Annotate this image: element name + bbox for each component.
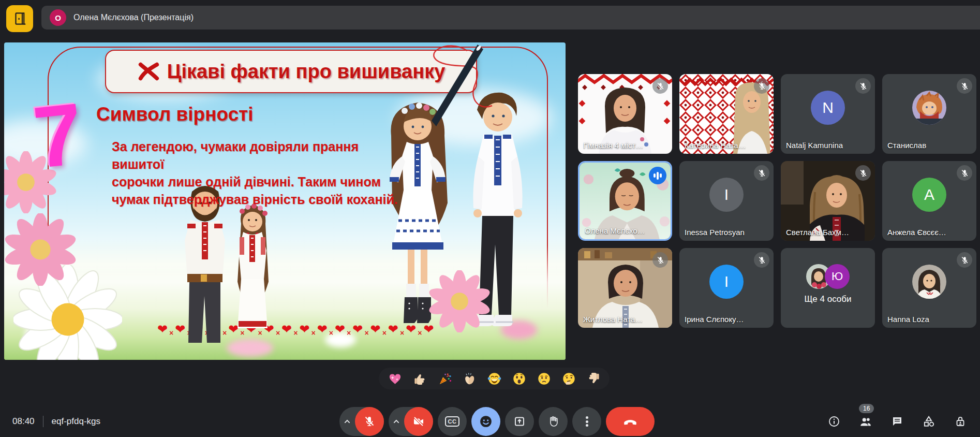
mic-muted-indicator <box>754 165 769 181</box>
participant-name: Inessa Petrosyan <box>685 228 745 237</box>
reaction-thinking-face[interactable] <box>561 371 576 386</box>
clock: 08:40 <box>12 416 35 427</box>
participant-name: Natalj Kamunina <box>786 141 843 150</box>
divider <box>43 416 43 427</box>
hand-icon <box>547 415 559 428</box>
raise-hand-button[interactable] <box>539 407 568 436</box>
chat-icon <box>891 415 903 428</box>
participants-button[interactable]: 16 <box>853 409 878 434</box>
presentation-title: Олена Мєлєхова (Презентація) <box>73 13 194 22</box>
sparkling-heart-icon <box>388 372 402 386</box>
captions-button[interactable]: CC <box>438 407 467 436</box>
chat-button[interactable] <box>885 409 910 434</box>
meeting-code: eqf-pfdq-kgs <box>52 416 101 427</box>
camera-off-icon <box>412 415 425 428</box>
end-call-button[interactable] <box>606 407 655 436</box>
participant-name: Станислав <box>887 141 926 150</box>
fact-number: 7 <box>29 90 86 182</box>
reaction-face-with-tears-of-joy[interactable] <box>486 371 502 386</box>
presentation-chip[interactable]: О Олена Мєлєхова (Презентація) <box>41 6 980 30</box>
reactions-toggle-button[interactable] <box>471 407 500 436</box>
right-toolbar: 16 <box>822 407 973 436</box>
letter-avatar: N <box>811 91 845 125</box>
mic-muted-indicator <box>652 252 668 268</box>
mic-muted-indicator <box>957 78 972 94</box>
present-button[interactable] <box>505 407 534 436</box>
captions-icon: CC <box>445 416 460 427</box>
reactions-bar <box>379 368 610 389</box>
overflow-participants-tile[interactable]: Ю Ще 4 особи <box>781 248 875 328</box>
camera-options-chevron[interactable] <box>389 416 404 427</box>
photo-avatar <box>912 265 946 299</box>
needle-icon <box>415 42 498 134</box>
participant-tile[interactable]: I Inessa Petrosyan <box>679 161 774 241</box>
info-icon <box>828 415 840 428</box>
participant-tile[interactable]: Hanna Loza <box>882 248 976 328</box>
door-extension-button[interactable] <box>6 5 33 32</box>
overflow-avatars: Ю <box>806 264 850 289</box>
reaction-party-popper[interactable] <box>437 371 452 386</box>
participant-name: Анжела Євсєє… <box>887 228 946 237</box>
photo-avatar <box>912 91 946 125</box>
overflow-count-label: Ще 4 особи <box>781 294 875 304</box>
party-popper-icon <box>438 372 452 386</box>
participant-tile[interactable]: Катерина Наза… <box>679 74 774 154</box>
participant-grid: Гімназія 4 міст… Катерина Наза… N Natalj… <box>578 74 976 328</box>
reaction-crying-face[interactable] <box>536 371 552 386</box>
mic-muted-indicator <box>855 165 871 181</box>
call-controls: CC <box>339 407 655 436</box>
speaking-indicator <box>649 167 666 184</box>
participant-tile[interactable]: A Анжела Євсєє… <box>882 161 976 241</box>
clapping-hands-icon <box>463 372 477 386</box>
surprised-face-icon <box>512 372 526 386</box>
slide-body: За легендою, чумаки довіряли прання виши… <box>112 138 412 208</box>
meeting-details-button[interactable] <box>822 409 847 434</box>
participant-tile[interactable]: Житлова Ната… <box>578 248 672 328</box>
pink-daisy-flower <box>4 213 77 286</box>
participant-name: Hanna Loza <box>887 315 929 324</box>
meeting-meta: 08:40 eqf-pfdq-kgs <box>12 407 100 436</box>
more-options-button[interactable] <box>572 407 601 436</box>
activities-icon <box>922 415 936 428</box>
letter-avatar: I <box>709 178 744 212</box>
camera-control-group[interactable] <box>389 407 433 436</box>
reaction-thumbs-down[interactable] <box>586 371 601 386</box>
letter-avatar: A <box>912 178 946 212</box>
camera-off-button[interactable] <box>404 407 433 436</box>
mic-muted-indicator <box>855 78 871 94</box>
present-icon <box>513 415 526 428</box>
participant-tile[interactable]: I Ірина Слєпоку… <box>679 248 774 328</box>
host-controls-button[interactable] <box>948 409 973 434</box>
presentation-stage[interactable]: Цікаві факти про вишиванку 7 Символ вірн… <box>4 42 566 360</box>
reaction-thumbs-up[interactable] <box>412 371 427 386</box>
participant-tile-active-speaker[interactable]: Олена Мєлєхо… <box>578 161 672 241</box>
mic-muted-indicator <box>652 78 668 94</box>
mic-muted-indicator <box>957 252 972 268</box>
participant-tile[interactable]: Станислав <box>882 74 976 154</box>
reaction-surprised-face[interactable] <box>511 371 527 386</box>
mic-control-group[interactable] <box>339 407 384 436</box>
reaction-clapping-hands[interactable] <box>462 371 477 386</box>
tears-of-joy-icon <box>487 372 501 386</box>
reaction-sparkling-heart[interactable] <box>387 371 403 386</box>
participant-tile[interactable]: Гімназія 4 міст… <box>578 74 672 154</box>
participant-name: Светлана Бахм… <box>786 228 849 237</box>
mic-muted-indicator <box>957 165 972 181</box>
thinking-face-icon <box>562 372 576 386</box>
participant-name: Олена Мєлєхо… <box>585 226 645 235</box>
mic-options-chevron[interactable] <box>339 416 355 427</box>
door-icon <box>12 11 27 26</box>
participant-tile[interactable]: Светлана Бахм… <box>781 161 875 241</box>
letter-avatar: I <box>709 265 744 299</box>
participant-name: Ірина Слєпоку… <box>685 315 744 324</box>
thumbs-down-icon <box>587 372 601 386</box>
mic-muted-indicator <box>754 78 769 94</box>
thumbs-up-icon <box>413 372 427 386</box>
cross-stitch-icon <box>137 61 160 82</box>
slide-heading: Символ вірності <box>96 104 254 125</box>
pink-daisy-flower <box>428 270 491 332</box>
activities-button[interactable] <box>916 409 941 434</box>
mic-off-button[interactable] <box>355 407 384 436</box>
participant-tile[interactable]: N Natalj Kamunina <box>781 74 875 154</box>
mic-muted-indicator <box>754 252 769 268</box>
